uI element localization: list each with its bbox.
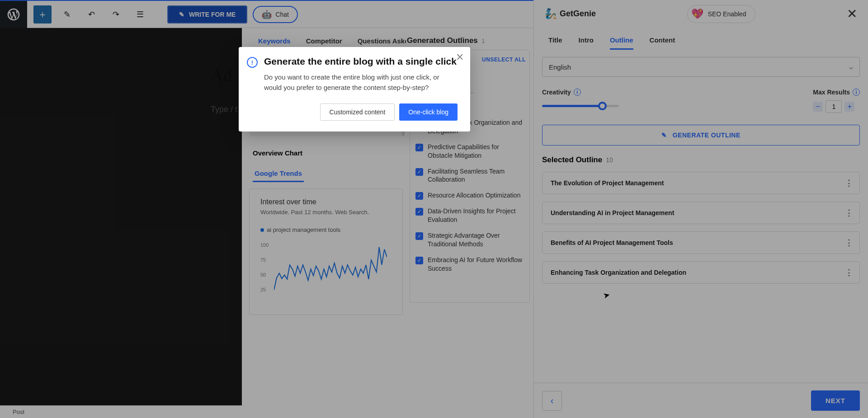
generate-blog-modal: ✕ ! Generate the entire blog with a sing… <box>239 47 470 132</box>
modal-body: Do you want to create the entire blog wi… <box>264 72 458 93</box>
one-click-blog-button[interactable]: One-click blog <box>399 103 458 121</box>
modal-title: Generate the entire blog with a single c… <box>264 56 458 67</box>
alert-icon: ! <box>247 57 258 68</box>
customized-content-button[interactable]: Customized content <box>320 103 395 121</box>
modal-close-icon[interactable]: ✕ <box>456 52 464 63</box>
